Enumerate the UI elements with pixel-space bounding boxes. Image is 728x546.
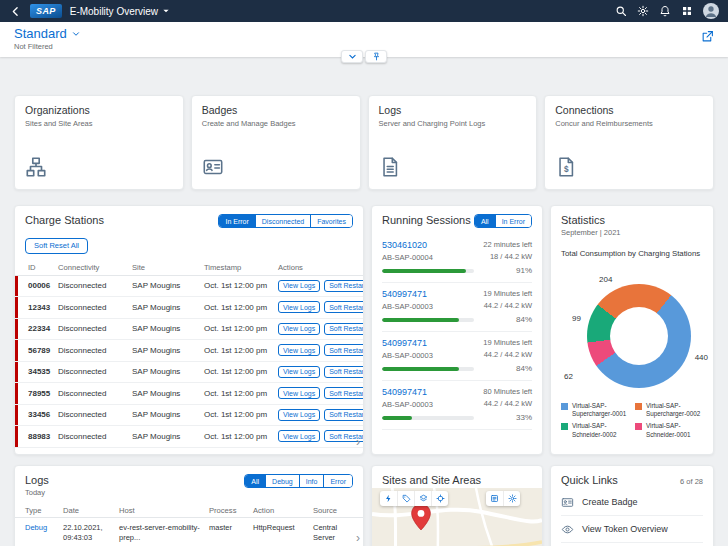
nav-card-subtitle: Create and Manage Badges — [202, 119, 350, 128]
nav-card-organizations[interactable]: Organizations Sites and Site Areas — [14, 95, 184, 190]
view-logs-button[interactable]: View Logs — [278, 280, 320, 292]
legend-item: Virtual-SAP-Supercharger-0002 — [635, 402, 703, 418]
settings-icon[interactable] — [503, 491, 520, 506]
column-header-process: Process — [209, 506, 249, 515]
session-station: AB-SAP-00003 — [382, 400, 477, 409]
view-logs-button[interactable]: View Logs — [278, 344, 320, 356]
soft-restart-button[interactable]: Soft Restart — [324, 301, 364, 313]
charging-station-icon[interactable] — [380, 491, 397, 506]
tab-all[interactable]: All — [245, 475, 265, 487]
soft-restart-button[interactable]: Soft Restart — [324, 366, 364, 378]
charge-station-row[interactable]: 12343 Disconnected SAP Mougins Oct. 1st … — [15, 297, 363, 319]
charge-station-row[interactable]: 00006 Disconnected SAP Mougins Oct. 1st … — [15, 276, 363, 298]
session-id-link[interactable]: 540997471 — [382, 338, 477, 348]
nav-card-connections[interactable]: Connections Concur and Reimbursements $ — [544, 95, 714, 190]
nav-card-row: Organizations Sites and Site Areas Badge… — [14, 95, 714, 190]
layers-icon[interactable] — [414, 491, 431, 506]
station-site: SAP Mougins — [132, 281, 202, 290]
app-finder-grid-icon[interactable] — [681, 5, 693, 17]
legend-label: Virtual-SAP-Supercharger-0001 — [572, 402, 629, 418]
station-site: SAP Mougins — [132, 432, 202, 441]
log-row[interactable]: Debug 22.10.2021, 09:43:03 ev-rest-serve… — [15, 518, 363, 546]
tab-error[interactable]: Error — [323, 475, 352, 487]
station-id: 88983 — [28, 432, 56, 441]
charge-station-row[interactable]: 22334 Disconnected SAP Mougins Oct. 1st … — [15, 319, 363, 341]
nav-card-logs[interactable]: Logs Server and Charging Point Logs — [368, 95, 538, 190]
bottom-card-row: Logs Today AllDebugInfoError TypeDateHos… — [14, 465, 714, 546]
pin-icon — [372, 52, 381, 61]
search-icon[interactable] — [615, 5, 627, 17]
legend-label: Virtual-SAP-Supercharger-0002 — [646, 402, 703, 418]
tag-icon[interactable] — [397, 491, 414, 506]
tab-disconnected[interactable]: Disconnected — [255, 215, 310, 227]
station-site: SAP Mougins — [132, 324, 202, 333]
view-logs-button[interactable]: View Logs — [278, 366, 320, 378]
view-logs-button[interactable]: View Logs — [278, 323, 320, 335]
variant-selector[interactable]: Standard — [14, 26, 81, 41]
log-action: HttpRequest — [253, 523, 309, 533]
back-icon[interactable] — [9, 5, 22, 18]
chevron-right-icon[interactable]: › — [356, 436, 360, 448]
view-logs-button[interactable]: View Logs — [278, 430, 320, 442]
session-item[interactable]: 530461020 AB-SAP-00004 22 minutes left 1… — [382, 234, 532, 283]
dashboard-content: Organizations Sites and Site Areas Badge… — [0, 57, 728, 546]
tab-in-error[interactable]: In Error — [495, 215, 531, 227]
tab-info[interactable]: Info — [299, 475, 324, 487]
soft-restart-button[interactable]: Soft Restart — [324, 323, 364, 335]
session-power: 18 / 44.2 kW — [490, 252, 532, 261]
session-progress-bar — [382, 269, 474, 273]
station-site: SAP Mougins — [132, 346, 202, 355]
nav-card-badges[interactable]: Badges Create and Manage Badges — [191, 95, 361, 190]
soft-reset-all-button[interactable]: Soft Reset All — [25, 238, 88, 254]
charge-station-row[interactable]: 88983 Disconnected SAP Mougins Oct. 1st … — [15, 426, 363, 448]
view-logs-button[interactable]: View Logs — [278, 301, 320, 313]
pin-header-button[interactable] — [365, 50, 387, 63]
badge-icon — [561, 496, 574, 509]
session-item[interactable]: 540997471 AB-SAP-00003 80 Minutes left 4… — [382, 381, 532, 430]
charge-station-row[interactable]: 56789 Disconnected SAP Mougins Oct. 1st … — [15, 340, 363, 362]
donut-value-label: 99 — [572, 314, 581, 323]
view-logs-button[interactable]: View Logs — [278, 387, 320, 399]
logs-subtitle: Today — [25, 488, 49, 497]
charge-station-row[interactable]: 78955 Disconnected SAP Mougins Oct. 1st … — [15, 383, 363, 405]
map-toolbar — [380, 491, 448, 506]
soft-restart-button[interactable]: Soft Restart — [324, 409, 364, 421]
soft-restart-button[interactable]: Soft Restart — [324, 280, 364, 292]
session-item[interactable]: 540997471 AB-SAP-00003 19 Minutes left 4… — [382, 283, 532, 332]
variant-title: Standard — [14, 26, 67, 41]
column-header-timestamp: Timestamp — [204, 263, 276, 272]
map[interactable] — [372, 488, 542, 546]
station-id: 78955 — [28, 389, 56, 398]
app-title-menu[interactable]: E-Mobility Overview — [70, 6, 170, 17]
tab-debug[interactable]: Debug — [265, 475, 299, 487]
bell-icon[interactable] — [659, 5, 671, 17]
legend-icon[interactable] — [486, 491, 503, 506]
settings-icon[interactable] — [637, 5, 649, 17]
soft-restart-button[interactable]: Soft Restart — [324, 344, 364, 356]
session-id-link[interactable]: 530461020 — [382, 240, 477, 250]
session-progress-bar — [382, 367, 474, 371]
charge-station-row[interactable]: 33456 Disconnected SAP Mougins Oct. 1st … — [15, 405, 363, 427]
view-logs-button[interactable]: View Logs — [278, 409, 320, 421]
avatar[interactable] — [703, 3, 719, 19]
target-icon[interactable] — [431, 491, 448, 506]
share-icon[interactable] — [701, 30, 714, 43]
chevron-right-icon[interactable]: › — [356, 532, 360, 544]
tab-all[interactable]: All — [475, 215, 495, 227]
collapse-header-button[interactable] — [341, 50, 363, 63]
legend-swatch — [561, 403, 568, 410]
logs-tabs: AllDebugInfoError — [244, 474, 353, 488]
soft-restart-button[interactable]: Soft Restart — [324, 387, 364, 399]
charge-stations-toolbar: Soft Reset All — [15, 234, 363, 260]
legend-swatch — [561, 423, 568, 430]
quick-link-create-badge[interactable]: Create Badge — [561, 489, 703, 516]
session-id-link[interactable]: 540997471 — [382, 289, 477, 299]
tab-in-error[interactable]: In Error — [219, 215, 254, 227]
session-item[interactable]: 540997471 AB-SAP-00003 19 Minutes left 4… — [382, 332, 532, 381]
session-id-link[interactable]: 540997471 — [382, 387, 477, 397]
quick-link-view-token-overview[interactable]: View Token Overview — [561, 516, 703, 543]
tab-favorites[interactable]: Favorites — [310, 215, 352, 227]
charge-station-row[interactable]: 34535 Disconnected SAP Mougins Oct. 1st … — [15, 362, 363, 384]
session-time-left: 22 minutes left — [483, 240, 532, 249]
station-connectivity: Disconnected — [58, 281, 130, 290]
